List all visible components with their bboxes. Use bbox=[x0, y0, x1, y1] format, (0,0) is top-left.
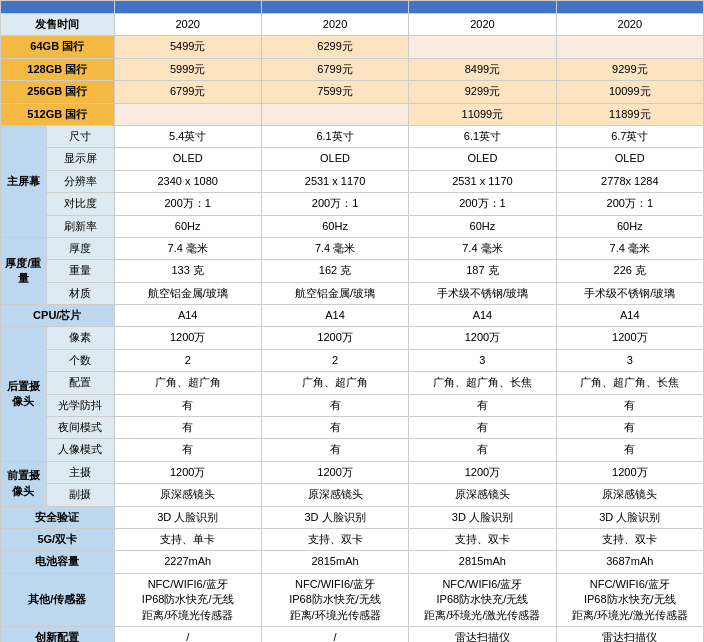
cell-b-19: 人像模式 bbox=[46, 439, 114, 461]
cell-d-4 bbox=[261, 103, 408, 125]
cell-c-17: 有 bbox=[114, 394, 261, 416]
cell-d-1: 6299元 bbox=[261, 36, 408, 58]
cell-c-7: 2340 x 1080 bbox=[114, 170, 261, 192]
cell-d-17: 有 bbox=[261, 394, 408, 416]
cell-e-7: 2531 x 1170 bbox=[409, 170, 556, 192]
cell-c-13: A14 bbox=[114, 305, 261, 327]
iphone12-header bbox=[261, 1, 408, 14]
cell-e-20: 1200万 bbox=[409, 461, 556, 483]
cell-c-21: 原深感镜头 bbox=[114, 484, 261, 506]
cell-c-8: 200万：1 bbox=[114, 193, 261, 215]
cell-f-5: 6.7英寸 bbox=[556, 125, 703, 147]
cell-b-14: 像素 bbox=[46, 327, 114, 349]
cell-b-21: 副摄 bbox=[46, 484, 114, 506]
cell-d-9: 60Hz bbox=[261, 215, 408, 237]
cell-a-10: 厚度/重量 bbox=[1, 237, 47, 304]
cell-ab-24: 电池容量 bbox=[1, 551, 115, 573]
cell-f-24: 3687mAh bbox=[556, 551, 703, 573]
cell-e-14: 1200万 bbox=[409, 327, 556, 349]
cell-d-22: 3D 人脸识别 bbox=[261, 506, 408, 528]
cell-d-8: 200万：1 bbox=[261, 193, 408, 215]
cell-b-10: 厚度 bbox=[46, 237, 114, 259]
cell-d-16: 广角、超广角 bbox=[261, 372, 408, 394]
cell-f-9: 60Hz bbox=[556, 215, 703, 237]
cell-f-23: 支持、双卡 bbox=[556, 528, 703, 550]
cell-f-0: 2020 bbox=[556, 14, 703, 36]
cell-e-24: 2815mAh bbox=[409, 551, 556, 573]
cell-f-8: 200万：1 bbox=[556, 193, 703, 215]
cell-ab-26: 创新配置 bbox=[1, 626, 115, 642]
cell-f-16: 广角、超广角、长焦 bbox=[556, 372, 703, 394]
cell-e-23: 支持、双卡 bbox=[409, 528, 556, 550]
cell-d-6: OLED bbox=[261, 148, 408, 170]
cell-c-19: 有 bbox=[114, 439, 261, 461]
cell-c-25: NFC/WIFI6/蓝牙IP68防水快充/无线距离/环境光传感器 bbox=[114, 573, 261, 626]
cell-e-21: 原深感镜头 bbox=[409, 484, 556, 506]
cell-e-1 bbox=[409, 36, 556, 58]
cell-c-10: 7.4 毫米 bbox=[114, 237, 261, 259]
cell-e-11: 187 克 bbox=[409, 260, 556, 282]
cell-c-14: 1200万 bbox=[114, 327, 261, 349]
cell-b-7: 分辨率 bbox=[46, 170, 114, 192]
cell-e-10: 7.4 毫米 bbox=[409, 237, 556, 259]
cell-b-12: 材质 bbox=[46, 282, 114, 304]
cell-c-22: 3D 人脸识别 bbox=[114, 506, 261, 528]
cell-e-4: 11099元 bbox=[409, 103, 556, 125]
cell-d-5: 6.1英寸 bbox=[261, 125, 408, 147]
cell-b-18: 夜间模式 bbox=[46, 417, 114, 439]
cell-d-11: 162 克 bbox=[261, 260, 408, 282]
cell-e-2: 8499元 bbox=[409, 58, 556, 80]
cell-b-6: 显示屏 bbox=[46, 148, 114, 170]
cell-a-14: 后置摄像头 bbox=[1, 327, 47, 461]
promax-header bbox=[556, 1, 703, 14]
cell-f-7: 2778x 1284 bbox=[556, 170, 703, 192]
cell-d-21: 原深感镜头 bbox=[261, 484, 408, 506]
cell-f-14: 1200万 bbox=[556, 327, 703, 349]
cell-e-8: 200万：1 bbox=[409, 193, 556, 215]
cell-b-5: 尺寸 bbox=[46, 125, 114, 147]
cell-e-19: 有 bbox=[409, 439, 556, 461]
cell-f-4: 11899元 bbox=[556, 103, 703, 125]
cell-c-26: / bbox=[114, 626, 261, 642]
cell-f-18: 有 bbox=[556, 417, 703, 439]
cell-e-3: 9299元 bbox=[409, 81, 556, 103]
cell-d-26: / bbox=[261, 626, 408, 642]
cell-ab-4: 512GB 国行 bbox=[1, 103, 115, 125]
cell-f-26: 雷达扫描仪 bbox=[556, 626, 703, 642]
cell-b-20: 主摄 bbox=[46, 461, 114, 483]
cell-e-13: A14 bbox=[409, 305, 556, 327]
cell-ab-0: 发售时间 bbox=[1, 14, 115, 36]
cell-f-3: 10099元 bbox=[556, 81, 703, 103]
cell-d-0: 2020 bbox=[261, 14, 408, 36]
cell-e-0: 2020 bbox=[409, 14, 556, 36]
cell-c-23: 支持、单卡 bbox=[114, 528, 261, 550]
cell-d-14: 1200万 bbox=[261, 327, 408, 349]
model-header bbox=[1, 1, 115, 14]
cell-c-6: OLED bbox=[114, 148, 261, 170]
cell-d-24: 2815mAh bbox=[261, 551, 408, 573]
cell-ab-22: 安全验证 bbox=[1, 506, 115, 528]
cell-e-6: OLED bbox=[409, 148, 556, 170]
cell-f-13: A14 bbox=[556, 305, 703, 327]
cell-b-15: 个数 bbox=[46, 349, 114, 371]
pro-header bbox=[409, 1, 556, 14]
cell-f-22: 3D 人脸识别 bbox=[556, 506, 703, 528]
cell-f-15: 3 bbox=[556, 349, 703, 371]
cell-d-15: 2 bbox=[261, 349, 408, 371]
cell-c-4 bbox=[114, 103, 261, 125]
cell-ab-2: 128GB 国行 bbox=[1, 58, 115, 80]
cell-f-12: 手术级不锈钢/玻璃 bbox=[556, 282, 703, 304]
cell-d-7: 2531 x 1170 bbox=[261, 170, 408, 192]
cell-a-20: 前置摄像头 bbox=[1, 461, 47, 506]
cell-f-20: 1200万 bbox=[556, 461, 703, 483]
cell-c-2: 5999元 bbox=[114, 58, 261, 80]
cell-ab-23: 5G/双卡 bbox=[1, 528, 115, 550]
cell-f-10: 7.4 毫米 bbox=[556, 237, 703, 259]
cell-f-11: 226 克 bbox=[556, 260, 703, 282]
cell-f-6: OLED bbox=[556, 148, 703, 170]
cell-c-18: 有 bbox=[114, 417, 261, 439]
cell-f-17: 有 bbox=[556, 394, 703, 416]
cell-c-5: 5.4英寸 bbox=[114, 125, 261, 147]
cell-c-3: 6799元 bbox=[114, 81, 261, 103]
cell-f-2: 9299元 bbox=[556, 58, 703, 80]
